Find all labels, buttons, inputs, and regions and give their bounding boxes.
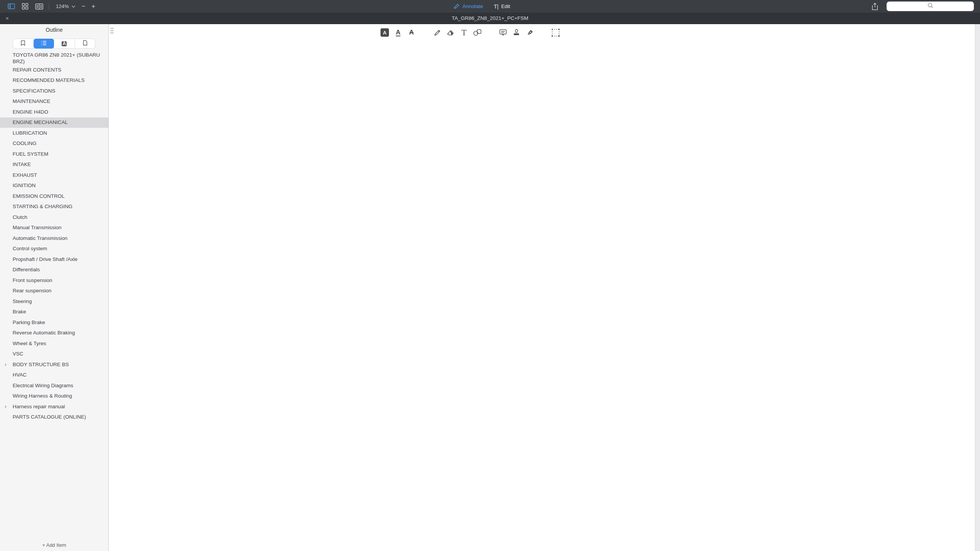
- sidebar-item-label: ENGINE MECHANICAL: [13, 119, 68, 126]
- sidebar-item-maintenance[interactable]: MAINTENANCE: [0, 96, 108, 107]
- note-button[interactable]: [497, 27, 509, 38]
- sidebar-item-label: BODY STRUCTURE BS: [13, 362, 69, 368]
- chevron-right-icon[interactable]: ›: [5, 361, 7, 368]
- sidebar-item-propshaft-drive-shaft-axle[interactable]: Propshaft / Drive Shaft /Axle: [0, 254, 108, 265]
- sidebar-item-recommended-materials[interactable]: RECOMMENDED MATERIALS: [0, 75, 108, 86]
- window-toolbar: 124% − + Annotate T| Edit: [0, 0, 980, 13]
- eraser-button[interactable]: [445, 27, 456, 38]
- signature-pen-icon: [526, 29, 534, 36]
- sidebar-item-label: Steering: [13, 298, 32, 305]
- note-bubble-icon: [499, 29, 507, 36]
- sidebar-item-parking-brake[interactable]: Parking Brake: [0, 317, 108, 328]
- outline-title: Outline: [0, 27, 108, 33]
- sidebar-item-label: RECOMMENDED MATERIALS: [13, 77, 85, 84]
- search-input[interactable]: [887, 2, 974, 11]
- sidebar-item-label: IGNITION: [13, 183, 36, 189]
- sidebar-item-label: Control system: [13, 246, 47, 252]
- sidebar-resize-handle[interactable]: [110, 27, 114, 34]
- sidebar-item-label: Wheel & Tyres: [13, 341, 46, 347]
- sidebar-item-intake[interactable]: INTAKE: [0, 160, 108, 170]
- shapes-button[interactable]: [472, 27, 483, 38]
- sidebar-item-lubrication[interactable]: LUBRICATION: [0, 128, 108, 139]
- sidebar-item-clutch[interactable]: Clutch: [0, 212, 108, 223]
- sidebar-item-label: REPAIR CONTENTS: [13, 67, 61, 73]
- zoom-level[interactable]: 124%: [54, 0, 71, 13]
- select-button[interactable]: [550, 27, 561, 38]
- edit-text-icon: T|: [494, 3, 498, 10]
- sidebar-item-exhaust[interactable]: EXHAUST: [0, 170, 108, 181]
- sidebar-item-toyota-gr86-zn8-2021-subaru-brz[interactable]: TOYOTA GR86 ZN8 2021+ (SUBARU BRZ): [0, 52, 108, 65]
- highlight-button[interactable]: A: [379, 27, 390, 38]
- outline-list: TOYOTA GR86 ZN8 2021+ (SUBARU BRZ)REPAIR…: [0, 52, 108, 422]
- sidebar-item-emission-control[interactable]: EMISSION CONTROL: [0, 191, 108, 202]
- sidebar-item-label: Rear suspension: [13, 288, 51, 294]
- text-button[interactable]: T: [458, 27, 470, 38]
- sidebar-item-label: Front suspension: [13, 277, 52, 284]
- sidebar-item-electrical-wiring-diagrams[interactable]: Electrical Wiring Diagrams: [0, 380, 108, 391]
- sidebar-item-label: Propshaft / Drive Shaft /Axle: [13, 256, 78, 263]
- outline-list-icon: [41, 40, 47, 47]
- annotate-tab[interactable]: Annotate: [453, 0, 483, 13]
- sidebar-item-label: COOLING: [13, 140, 36, 147]
- sidebar-item-automatic-transmission[interactable]: Automatic Transmission: [0, 233, 108, 244]
- thumbnails-view-button[interactable]: [18, 0, 31, 13]
- annotate-label: Annotate: [462, 3, 483, 9]
- sidebar-item-parts-catalogue-online[interactable]: PARTS CATALOGUE (ONLINE): [0, 412, 108, 423]
- sidebar-item-body-structure-bs[interactable]: ›BODY STRUCTURE BS: [0, 359, 108, 370]
- outline-tab-toc[interactable]: [34, 39, 54, 49]
- bookmark-icon: [21, 40, 25, 47]
- sidebar-toggle-button[interactable]: [5, 0, 18, 13]
- sidebar-item-rear-suspension[interactable]: Rear suspension: [0, 286, 108, 297]
- sidebar-item-control-system[interactable]: Control system: [0, 244, 108, 254]
- sidebar-item-vsc[interactable]: VSC: [0, 349, 108, 360]
- sidebar-item-steering[interactable]: Steering: [0, 296, 108, 307]
- sidebar-item-ignition[interactable]: IGNITION: [0, 181, 108, 191]
- sidebar-item-label: EMISSION CONTROL: [13, 193, 65, 200]
- strikethrough-button[interactable]: A: [406, 27, 417, 38]
- outline-tab-annotations[interactable]: A: [54, 39, 75, 49]
- sidebar-item-wiring-harness-routing[interactable]: Wiring Harness & Routing: [0, 391, 108, 402]
- chevron-right-icon[interactable]: ›: [5, 403, 7, 410]
- sidebar-item-brake[interactable]: Brake: [0, 307, 108, 318]
- text-icon: T: [462, 28, 467, 37]
- stamp-button[interactable]: [511, 27, 522, 38]
- outline-tab-bookmarks[interactable]: [13, 39, 34, 49]
- zoom-out-button[interactable]: −: [79, 0, 88, 13]
- signature-button[interactable]: [524, 27, 536, 38]
- sidebar-item-reverse-automatic-braking[interactable]: Reverse Automatic Braking: [0, 328, 108, 339]
- sidebar-item-cooling[interactable]: COOLING: [0, 139, 108, 149]
- page-edge: [975, 24, 980, 551]
- sidebar-item-manual-transmission[interactable]: Manual Transmission: [0, 223, 108, 233]
- sidebar-item-label: TOYOTA GR86 ZN8 2021+ (SUBARU BRZ): [13, 52, 104, 65]
- sidebar-item-label: PARTS CATALOGUE (ONLINE): [13, 414, 86, 421]
- zoom-in-button[interactable]: +: [89, 0, 98, 13]
- sidebar-item-differentials[interactable]: Differentials: [0, 265, 108, 276]
- reading-view-button[interactable]: [32, 0, 46, 13]
- add-item-button[interactable]: + Add Item: [0, 542, 108, 548]
- sidebar-item-engine-mechanical[interactable]: ENGINE MECHANICAL: [0, 117, 108, 128]
- sidebar-item-harness-repair-manual[interactable]: ›Harness repair manual: [0, 401, 108, 412]
- outline-tab-pages[interactable]: [75, 39, 96, 49]
- document-page: [109, 24, 980, 551]
- sidebar-tab-switcher: A: [13, 39, 95, 49]
- sidebar-item-fuel-system[interactable]: FUEL SYSTEM: [0, 149, 108, 160]
- sidebar-item-label: STARTING & CHARGING: [13, 204, 72, 210]
- shapes-icon: [473, 29, 482, 36]
- underline-button[interactable]: A: [392, 27, 404, 38]
- share-button[interactable]: [868, 0, 881, 13]
- sidebar-item-repair-contents[interactable]: REPAIR CONTENTS: [0, 65, 108, 75]
- sidebar-item-wheel-tyres[interactable]: Wheel & Tyres: [0, 338, 108, 349]
- edit-tab[interactable]: T| Edit: [494, 0, 510, 13]
- zoom-menu-chevron-icon[interactable]: [70, 0, 77, 13]
- pencil-icon: [434, 29, 441, 36]
- annotation-toolbar: A A A T: [379, 27, 563, 38]
- sidebar-item-label: Wiring Harness & Routing: [13, 393, 72, 399]
- sidebar-item-engine-h4do[interactable]: ENGINE H4DO: [0, 107, 108, 117]
- sidebar-item-specifications[interactable]: SPECIFICATIONS: [0, 86, 108, 96]
- annotate-pen-icon: [453, 3, 460, 10]
- pencil-button[interactable]: [431, 27, 443, 38]
- sidebar-item-hvac[interactable]: HVAC: [0, 370, 108, 381]
- sidebar-item-starting-charging[interactable]: STARTING & CHARGING: [0, 202, 108, 212]
- sidebar-item-label: MAINTENANCE: [13, 98, 50, 105]
- sidebar-item-front-suspension[interactable]: Front suspension: [0, 275, 108, 286]
